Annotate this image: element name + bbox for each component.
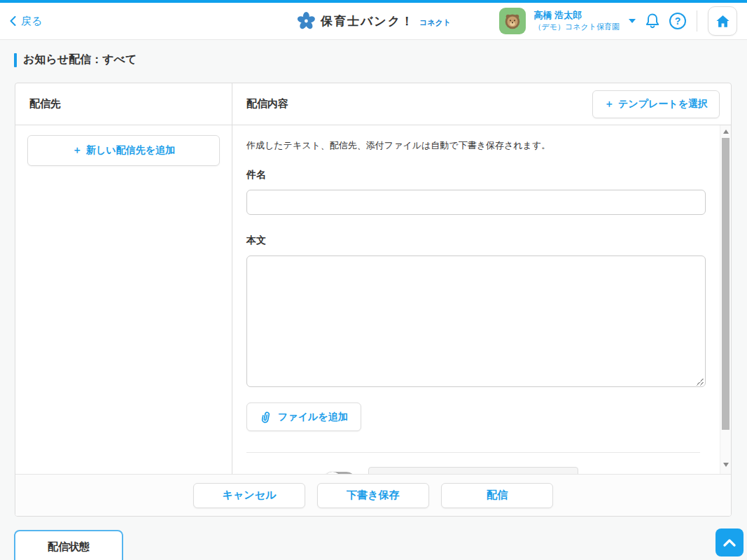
flower-logo-icon [296, 11, 316, 31]
page-title: お知らせ配信：すべて [14, 52, 747, 67]
paperclip-icon [260, 410, 272, 424]
toggle-knob [323, 472, 342, 474]
plus-icon: ＋ [604, 98, 614, 111]
help-button[interactable]: ? [669, 13, 686, 29]
card-footer: キャンセル 下書き保存 配信 [15, 474, 731, 516]
cancel-button[interactable]: キャンセル [193, 483, 305, 508]
app-header: 戻る 保育士バンク！ コネクト [0, 3, 747, 40]
compose-form: 作成したテキスト、配信先、添付ファイルは自動で下書き保存されます。 件名 本文 … [232, 125, 720, 474]
recipients-panel: 配信先 ＋ 新しい配信先を追加 [15, 83, 232, 474]
lion-avatar-icon [501, 9, 524, 33]
home-button[interactable] [708, 6, 737, 36]
notifications-button[interactable] [643, 12, 662, 30]
back-link[interactable]: 戻る [10, 15, 42, 28]
select-template-label: テンプレートを選択 [618, 98, 708, 111]
schedule-toggle[interactable] [323, 472, 356, 474]
scrollbar-thumb[interactable] [722, 138, 729, 430]
recipients-panel-title: 配信先 [15, 83, 232, 125]
home-icon [715, 13, 731, 29]
autosave-note: 作成したテキスト、配信先、添付ファイルは自動で下書き保存されます。 [246, 139, 706, 152]
scrollbar-up-arrow-icon[interactable] [723, 130, 729, 134]
delivery-status-label: 配信状態 [48, 540, 90, 560]
add-recipient-label: 新しい配信先を追加 [86, 144, 175, 157]
bell-icon [643, 12, 662, 30]
header-divider [697, 10, 697, 31]
logo-text-sub: コネクト [419, 18, 451, 28]
schedule-datetime-input[interactable] [368, 467, 578, 474]
back-label: 戻る [21, 15, 42, 28]
question-icon: ? [669, 13, 686, 29]
user-org: （デモ）コネクト保育園 [533, 22, 620, 31]
chevron-up-icon [723, 538, 736, 547]
send-button[interactable]: 配信 [441, 483, 553, 508]
plus-icon: ＋ [72, 144, 82, 157]
delivery-status-tab[interactable]: 配信状態 [14, 530, 123, 560]
content-scrollbar[interactable] [720, 125, 731, 474]
subject-label: 件名 [246, 169, 706, 181]
content-panel: 配信内容 ＋ テンプレートを選択 作成したテキスト、配信先、添付ファイルは自動で… [232, 83, 731, 474]
title-accent-bar [14, 53, 17, 67]
content-panel-title: 配信内容 [246, 97, 288, 111]
body-label: 本文 [246, 234, 706, 247]
user-name: 高橋 浩太郎 [533, 10, 620, 22]
logo-text-main: 保育士バンク！ [321, 13, 414, 29]
broadcast-compose-card: 配信先 ＋ 新しい配信先を追加 配信内容 ＋ テンプレートを選択 作成したテキス… [15, 83, 732, 517]
section-divider [246, 452, 700, 453]
add-recipient-button[interactable]: ＋ 新しい配信先を追加 [27, 135, 220, 166]
scroll-to-top-button[interactable] [715, 528, 743, 556]
scrollbar-down-arrow-icon[interactable] [723, 463, 729, 467]
body-textarea[interactable] [246, 255, 706, 387]
subject-input[interactable] [246, 190, 706, 215]
schedule-row: 配信予約設定 [246, 467, 706, 474]
chevron-left-icon [10, 16, 16, 26]
add-file-label: ファイルを追加 [278, 411, 348, 424]
chevron-down-icon[interactable] [629, 19, 636, 23]
add-file-button[interactable]: ファイルを追加 [246, 402, 361, 431]
page-title-text: お知らせ配信：すべて [23, 52, 137, 67]
textarea-resize-handle[interactable] [697, 379, 704, 386]
app-logo: 保育士バンク！ コネクト [296, 11, 451, 31]
user-menu[interactable]: 高橋 浩太郎 （デモ）コネクト保育園 [533, 10, 620, 31]
select-template-button[interactable]: ＋ テンプレートを選択 [592, 90, 720, 118]
avatar[interactable] [499, 8, 526, 34]
save-draft-button[interactable]: 下書き保存 [317, 483, 429, 508]
